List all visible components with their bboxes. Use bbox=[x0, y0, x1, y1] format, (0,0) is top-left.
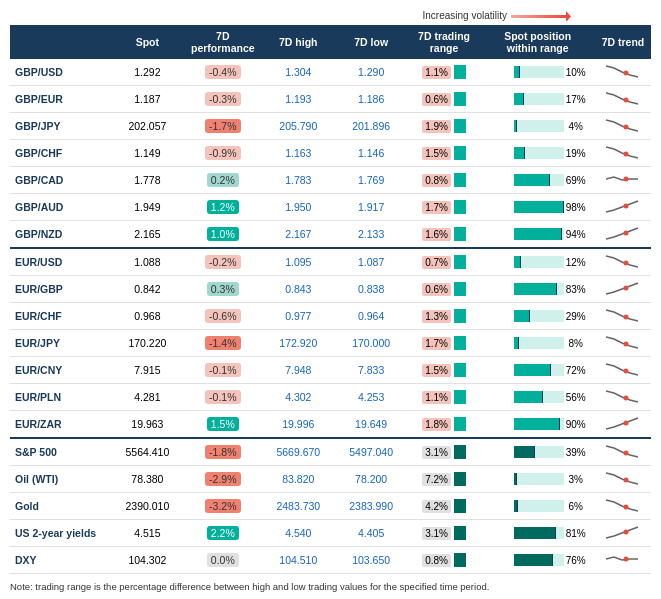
range-value: 0.8% bbox=[408, 167, 481, 194]
trend-sparkline bbox=[595, 466, 651, 493]
spot-value: 1.088 bbox=[111, 248, 184, 276]
high-value: 19.996 bbox=[262, 411, 335, 439]
pair-label: EUR/ZAR bbox=[10, 411, 111, 439]
high-value: 2.167 bbox=[262, 221, 335, 249]
perf-value: 2.2% bbox=[184, 520, 262, 547]
range-value: 1.1% bbox=[408, 384, 481, 411]
spot-value: 1.778 bbox=[111, 167, 184, 194]
high-value: 0.977 bbox=[262, 303, 335, 330]
low-value: 170.000 bbox=[335, 330, 408, 357]
svg-point-6 bbox=[623, 177, 628, 182]
svg-point-8 bbox=[623, 231, 628, 236]
pair-label: EUR/JPY bbox=[10, 330, 111, 357]
svg-point-7 bbox=[623, 204, 628, 209]
table-header-row: Spot 7Dperformance 7D high 7D low 7D tra… bbox=[10, 25, 651, 59]
table-row: GBP/NZD 2.165 1.0% 2.167 2.133 1.6% 94% bbox=[10, 221, 651, 249]
trend-sparkline bbox=[595, 303, 651, 330]
high-value: 1.163 bbox=[262, 140, 335, 167]
perf-value: 1.5% bbox=[184, 411, 262, 439]
range-value: 0.8% bbox=[408, 547, 481, 574]
low-value: 1.087 bbox=[335, 248, 408, 276]
range-value: 1.3% bbox=[408, 303, 481, 330]
trend-sparkline bbox=[595, 167, 651, 194]
table-row: EUR/USD 1.088 -0.2% 1.095 1.087 0.7% 12% bbox=[10, 248, 651, 276]
pair-label: GBP/USD bbox=[10, 59, 111, 86]
perf-value: -1.8% bbox=[184, 438, 262, 466]
perf-value: 0.0% bbox=[184, 547, 262, 574]
spot-position: 8% bbox=[480, 330, 594, 357]
range-value: 1.9% bbox=[408, 113, 481, 140]
col-spot: Spot bbox=[111, 25, 184, 59]
col-pair bbox=[10, 25, 111, 59]
spot-value: 2.165 bbox=[111, 221, 184, 249]
spot-position: 81% bbox=[480, 520, 594, 547]
low-value: 7.833 bbox=[335, 357, 408, 384]
perf-value: 0.2% bbox=[184, 167, 262, 194]
table-row: EUR/GBP 0.842 0.3% 0.843 0.838 0.6% 83% bbox=[10, 276, 651, 303]
svg-point-9 bbox=[623, 261, 628, 266]
trend-sparkline bbox=[595, 113, 651, 140]
spot-position: 29% bbox=[480, 303, 594, 330]
range-value: 7.2% bbox=[408, 466, 481, 493]
perf-value: -1.4% bbox=[184, 330, 262, 357]
low-value: 201.896 bbox=[335, 113, 408, 140]
table-row: EUR/CHF 0.968 -0.6% 0.977 0.964 1.3% 29% bbox=[10, 303, 651, 330]
range-value: 0.6% bbox=[408, 276, 481, 303]
table-row: GBP/CAD 1.778 0.2% 1.783 1.769 0.8% 69% bbox=[10, 167, 651, 194]
spot-position: 4% bbox=[480, 113, 594, 140]
trend-sparkline bbox=[595, 221, 651, 249]
spot-position: 39% bbox=[480, 438, 594, 466]
spot-value: 104.302 bbox=[111, 547, 184, 574]
spot-position: 10% bbox=[480, 59, 594, 86]
spot-position: 72% bbox=[480, 357, 594, 384]
volatility-arrow-icon bbox=[511, 11, 571, 21]
low-value: 1.146 bbox=[335, 140, 408, 167]
spot-value: 1.187 bbox=[111, 86, 184, 113]
pair-label: EUR/CNY bbox=[10, 357, 111, 384]
svg-point-3 bbox=[623, 98, 628, 103]
svg-point-12 bbox=[623, 342, 628, 347]
pair-label: EUR/USD bbox=[10, 248, 111, 276]
pair-label: DXY bbox=[10, 547, 111, 574]
perf-value: -0.2% bbox=[184, 248, 262, 276]
pair-label: GBP/EUR bbox=[10, 86, 111, 113]
spot-position: 19% bbox=[480, 140, 594, 167]
low-value: 0.838 bbox=[335, 276, 408, 303]
trend-sparkline bbox=[595, 520, 651, 547]
table-row: EUR/ZAR 19.963 1.5% 19.996 19.649 1.8% 9… bbox=[10, 411, 651, 439]
perf-value: -3.2% bbox=[184, 493, 262, 520]
col-perf: 7Dperformance bbox=[184, 25, 262, 59]
trend-sparkline bbox=[595, 140, 651, 167]
low-value: 5497.040 bbox=[335, 438, 408, 466]
high-value: 7.948 bbox=[262, 357, 335, 384]
note-text: Note: trading range is the percentage di… bbox=[10, 580, 651, 593]
pair-label: S&P 500 bbox=[10, 438, 111, 466]
trend-sparkline bbox=[595, 248, 651, 276]
spot-value: 4.281 bbox=[111, 384, 184, 411]
trend-sparkline bbox=[595, 357, 651, 384]
svg-point-4 bbox=[623, 125, 628, 130]
pair-label: GBP/JPY bbox=[10, 113, 111, 140]
range-value: 1.7% bbox=[408, 194, 481, 221]
range-value: 0.6% bbox=[408, 86, 481, 113]
pair-label: EUR/PLN bbox=[10, 384, 111, 411]
svg-point-17 bbox=[623, 478, 628, 483]
perf-value: -1.7% bbox=[184, 113, 262, 140]
spot-position: 56% bbox=[480, 384, 594, 411]
col-range: 7D tradingrange bbox=[408, 25, 481, 59]
low-value: 103.650 bbox=[335, 547, 408, 574]
svg-point-18 bbox=[623, 505, 628, 510]
volatility-label: Increasing volatility bbox=[423, 10, 507, 21]
high-value: 83.820 bbox=[262, 466, 335, 493]
spot-value: 1.949 bbox=[111, 194, 184, 221]
spot-value: 4.515 bbox=[111, 520, 184, 547]
spot-value: 5564.410 bbox=[111, 438, 184, 466]
range-value: 3.1% bbox=[408, 438, 481, 466]
table-row: Oil (WTI) 78.380 -2.9% 83.820 78.200 7.2… bbox=[10, 466, 651, 493]
perf-value: 0.3% bbox=[184, 276, 262, 303]
range-value: 1.6% bbox=[408, 221, 481, 249]
table-row: GBP/CHF 1.149 -0.9% 1.163 1.146 1.5% 19% bbox=[10, 140, 651, 167]
col-low: 7D low bbox=[335, 25, 408, 59]
range-value: 1.7% bbox=[408, 330, 481, 357]
spot-position: 83% bbox=[480, 276, 594, 303]
